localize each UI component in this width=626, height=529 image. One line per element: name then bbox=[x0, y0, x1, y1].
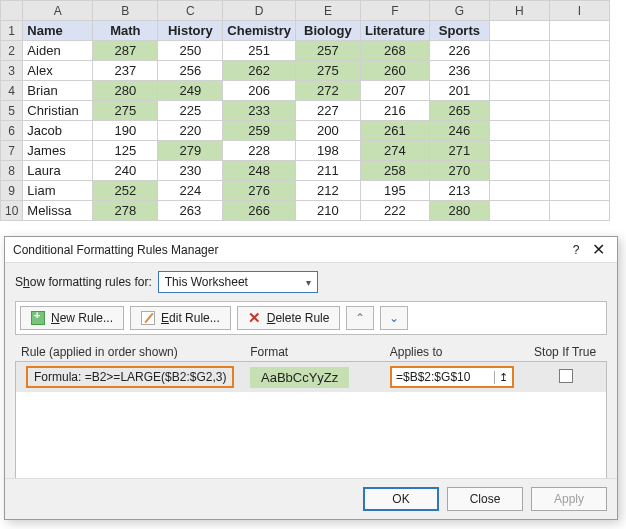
cell[interactable]: 227 bbox=[295, 101, 360, 121]
cell[interactable]: 230 bbox=[158, 161, 223, 181]
stop-if-true-checkbox[interactable] bbox=[559, 369, 573, 383]
cell[interactable]: 275 bbox=[93, 101, 158, 121]
row-header[interactable]: 5 bbox=[1, 101, 23, 121]
cell[interactable]: 271 bbox=[429, 141, 489, 161]
cell[interactable]: 207 bbox=[360, 81, 429, 101]
cell[interactable]: 198 bbox=[295, 141, 360, 161]
cell[interactable]: 206 bbox=[223, 81, 296, 101]
cell[interactable] bbox=[549, 41, 609, 61]
cell[interactable]: 261 bbox=[360, 121, 429, 141]
cell[interactable]: 216 bbox=[360, 101, 429, 121]
cell[interactable]: 272 bbox=[295, 81, 360, 101]
cell[interactable]: 280 bbox=[93, 81, 158, 101]
cell[interactable]: 213 bbox=[429, 181, 489, 201]
cell[interactable]: 237 bbox=[93, 61, 158, 81]
cell[interactable]: Math bbox=[93, 21, 158, 41]
cell[interactable]: History bbox=[158, 21, 223, 41]
scope-select[interactable]: This Worksheet ▾ bbox=[158, 271, 318, 293]
row-header[interactable]: 9 bbox=[1, 181, 23, 201]
row-header[interactable]: 6 bbox=[1, 121, 23, 141]
row-header[interactable]: 1 bbox=[1, 21, 23, 41]
select-all-cell[interactable] bbox=[1, 1, 23, 21]
close-icon[interactable]: ✕ bbox=[587, 237, 609, 263]
cell[interactable]: Biology bbox=[295, 21, 360, 41]
col-header-G[interactable]: G bbox=[429, 1, 489, 21]
cell[interactable]: Jacob bbox=[23, 121, 93, 141]
edit-rule-button[interactable]: Edit Rule... bbox=[130, 306, 231, 330]
cell[interactable]: 280 bbox=[429, 201, 489, 221]
cell[interactable]: 200 bbox=[295, 121, 360, 141]
cell[interactable]: 212 bbox=[295, 181, 360, 201]
delete-rule-button[interactable]: ✕ Delete Rule bbox=[237, 306, 341, 330]
applies-to-input[interactable]: =$B$2:$G$10 ↥ bbox=[390, 366, 514, 388]
cell[interactable] bbox=[489, 121, 549, 141]
cell[interactable]: 190 bbox=[93, 121, 158, 141]
cell[interactable]: 240 bbox=[93, 161, 158, 181]
cell[interactable]: 249 bbox=[158, 81, 223, 101]
cell[interactable]: 211 bbox=[295, 161, 360, 181]
cell[interactable] bbox=[549, 101, 609, 121]
cell[interactable]: Brian bbox=[23, 81, 93, 101]
cell[interactable]: 256 bbox=[158, 61, 223, 81]
cell[interactable] bbox=[489, 201, 549, 221]
cell[interactable]: 201 bbox=[429, 81, 489, 101]
cell[interactable]: 195 bbox=[360, 181, 429, 201]
cell[interactable] bbox=[489, 161, 549, 181]
close-button[interactable]: Close bbox=[447, 487, 523, 511]
spreadsheet[interactable]: ABCDEFGHI1NameMathHistoryChemistryBiolog… bbox=[0, 0, 626, 221]
cell[interactable] bbox=[549, 161, 609, 181]
cell[interactable] bbox=[489, 101, 549, 121]
cell[interactable]: 279 bbox=[158, 141, 223, 161]
cell[interactable]: 262 bbox=[223, 61, 296, 81]
cell[interactable]: 265 bbox=[429, 101, 489, 121]
cell[interactable]: 278 bbox=[93, 201, 158, 221]
cell[interactable] bbox=[549, 121, 609, 141]
cell[interactable]: 276 bbox=[223, 181, 296, 201]
cell[interactable] bbox=[549, 81, 609, 101]
cell[interactable]: 275 bbox=[295, 61, 360, 81]
col-header-F[interactable]: F bbox=[360, 1, 429, 21]
ok-button[interactable]: OK bbox=[363, 487, 439, 511]
rule-row[interactable]: Formula: =B2>=LARGE($B2:$G2,3) AaBbCcYyZ… bbox=[16, 362, 606, 392]
move-up-button[interactable]: ⌃ bbox=[346, 306, 374, 330]
cell[interactable]: Liam bbox=[23, 181, 93, 201]
new-rule-button[interactable]: New Rule... bbox=[20, 306, 124, 330]
row-header[interactable]: 10 bbox=[1, 201, 23, 221]
row-header[interactable]: 8 bbox=[1, 161, 23, 181]
col-header-A[interactable]: A bbox=[23, 1, 93, 21]
row-header[interactable]: 3 bbox=[1, 61, 23, 81]
cell[interactable]: 222 bbox=[360, 201, 429, 221]
cell[interactable] bbox=[489, 41, 549, 61]
cell[interactable]: 225 bbox=[158, 101, 223, 121]
cell[interactable]: 125 bbox=[93, 141, 158, 161]
col-header-B[interactable]: B bbox=[93, 1, 158, 21]
cell[interactable]: 287 bbox=[93, 41, 158, 61]
col-header-C[interactable]: C bbox=[158, 1, 223, 21]
cell[interactable]: Christian bbox=[23, 101, 93, 121]
cell[interactable]: 228 bbox=[223, 141, 296, 161]
cell[interactable]: Aiden bbox=[23, 41, 93, 61]
move-down-button[interactable]: ⌄ bbox=[380, 306, 408, 330]
cell[interactable]: 220 bbox=[158, 121, 223, 141]
cell[interactable]: 257 bbox=[295, 41, 360, 61]
range-picker-icon[interactable]: ↥ bbox=[494, 371, 512, 384]
cell[interactable]: Name bbox=[23, 21, 93, 41]
cell[interactable]: 210 bbox=[295, 201, 360, 221]
col-header-I[interactable]: I bbox=[549, 1, 609, 21]
cell[interactable]: 266 bbox=[223, 201, 296, 221]
cell[interactable]: 274 bbox=[360, 141, 429, 161]
cell[interactable]: James bbox=[23, 141, 93, 161]
cell[interactable]: 270 bbox=[429, 161, 489, 181]
cell[interactable] bbox=[549, 61, 609, 81]
cell[interactable]: Chemistry bbox=[223, 21, 296, 41]
cell[interactable]: 260 bbox=[360, 61, 429, 81]
cell[interactable] bbox=[489, 181, 549, 201]
cell[interactable] bbox=[549, 201, 609, 221]
row-header[interactable]: 2 bbox=[1, 41, 23, 61]
cell[interactable]: 251 bbox=[223, 41, 296, 61]
cell[interactable] bbox=[489, 81, 549, 101]
cell[interactable]: 226 bbox=[429, 41, 489, 61]
cell[interactable]: Laura bbox=[23, 161, 93, 181]
cell[interactable]: 224 bbox=[158, 181, 223, 201]
cell[interactable]: Sports bbox=[429, 21, 489, 41]
